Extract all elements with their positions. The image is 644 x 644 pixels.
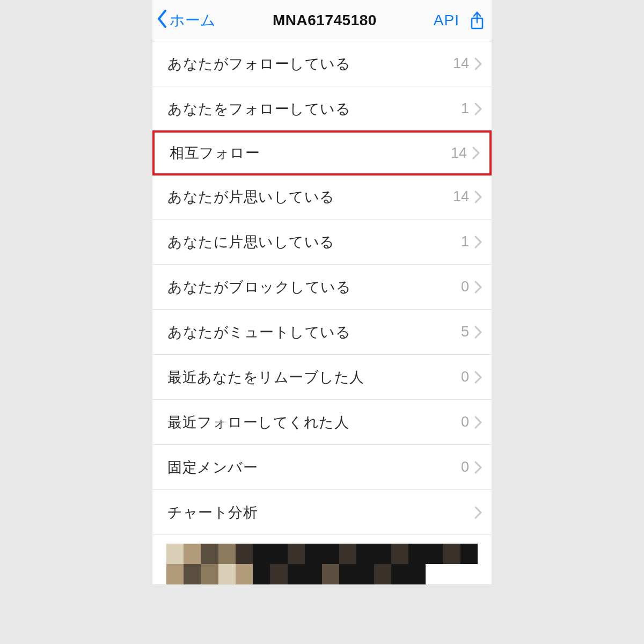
row-count: 14: [451, 145, 467, 162]
chevron-left-icon: [156, 9, 169, 33]
share-button[interactable]: [469, 11, 485, 30]
list: あなたがフォローしている 14 あなたをフォローしている 1 相互フォロー 14…: [152, 41, 492, 535]
navbar: ホーム MNA61745180 API: [152, 0, 492, 41]
list-row-blocking[interactable]: あなたがブロックしている 0: [152, 265, 492, 310]
list-row-recent-removed[interactable]: 最近あなたをリムーブした人 0: [152, 355, 492, 400]
nav-right: API: [434, 11, 485, 30]
row-label: 相互フォロー: [170, 143, 451, 163]
share-icon: [469, 11, 485, 30]
list-row-followers[interactable]: あなたをフォローしている 1: [152, 86, 492, 131]
chevron-right-icon: [474, 281, 482, 294]
row-count: 0: [461, 279, 469, 295]
row-count: 1: [461, 100, 469, 117]
chevron-right-icon: [474, 461, 482, 474]
list-row-chart-analysis[interactable]: チャート分析: [152, 490, 492, 535]
chevron-right-icon: [472, 147, 480, 159]
list-row-one-way-out[interactable]: あなたが片思いしている 14: [152, 174, 492, 219]
chevron-right-icon: [474, 371, 482, 384]
chevron-right-icon: [474, 191, 482, 203]
list-row-fixed-members[interactable]: 固定メンバー 0: [152, 445, 492, 490]
row-count: 5: [461, 324, 469, 340]
page-title: MNA61745180: [216, 12, 434, 29]
row-label: あなたをフォローしている: [167, 99, 461, 119]
list-row-mutual[interactable]: 相互フォロー 14: [152, 130, 492, 175]
phone-frame: ホーム MNA61745180 API あな: [152, 0, 492, 584]
back-button[interactable]: ホーム: [156, 9, 216, 33]
row-label: 最近あなたをリムーブした人: [167, 368, 461, 387]
row-count: 0: [461, 414, 469, 430]
row-label: あなたがフォローしている: [167, 54, 453, 74]
list-row-following[interactable]: あなたがフォローしている 14: [152, 41, 492, 86]
row-count: 14: [453, 55, 469, 72]
back-label: ホーム: [170, 10, 216, 31]
chevron-right-icon: [474, 57, 482, 70]
row-count: 1: [461, 233, 469, 250]
page-background: ホーム MNA61745180 API あな: [0, 0, 644, 644]
chevron-right-icon: [474, 326, 482, 339]
chevron-right-icon: [474, 416, 482, 429]
row-label: あなたがブロックしている: [167, 277, 461, 297]
row-count: 0: [461, 459, 469, 475]
row-label: あなたに片思いしている: [167, 232, 461, 252]
row-label: チャート分析: [167, 503, 469, 522]
chevron-right-icon: [474, 506, 482, 519]
row-label: あなたが片思いしている: [167, 187, 453, 207]
ad-banner-pixelated: [166, 544, 478, 584]
list-row-muting[interactable]: あなたがミュートしている 5: [152, 310, 492, 355]
list-row-one-way-in[interactable]: あなたに片思いしている 1: [152, 219, 492, 265]
row-label: 固定メンバー: [167, 458, 461, 477]
chevron-right-icon: [474, 103, 482, 115]
list-row-recent-followed[interactable]: 最近フォローしてくれた人 0: [152, 400, 492, 445]
row-label: あなたがミュートしている: [167, 323, 461, 342]
row-count: 0: [461, 369, 469, 385]
api-button[interactable]: API: [434, 12, 459, 29]
row-label: 最近フォローしてくれた人: [167, 413, 461, 432]
row-count: 14: [453, 188, 469, 205]
chevron-right-icon: [474, 236, 482, 248]
